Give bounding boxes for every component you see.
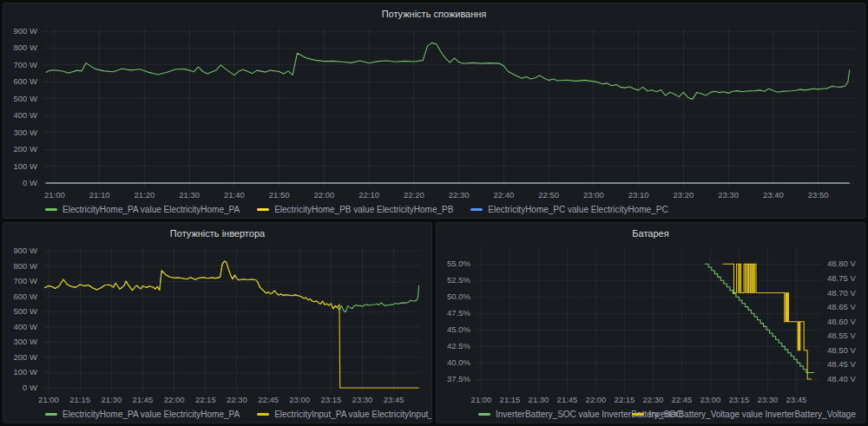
- y-left-tick-label: 800 W: [14, 43, 37, 52]
- legend-swatch-icon: [632, 413, 644, 416]
- legend-label: ElectricityHome_PC value ElectricityHome…: [488, 205, 667, 214]
- x-tick-label: 21:00: [471, 395, 492, 404]
- x-tick-label: 23:00: [700, 395, 721, 404]
- y-left-tick-label: 55.0%: [447, 259, 470, 268]
- panel-battery: Батарея 21:0021:1521:3021:4522:0022:1522…: [436, 222, 865, 423]
- y-left-tick-label: 900 W: [14, 246, 37, 255]
- x-tick-label: 23:50: [808, 190, 829, 200]
- inverter-chart-canvas[interactable]: 21:0021:1521:3021:4522:0022:1522:3022:45…: [3, 241, 431, 407]
- legend-label: ElectricityInput_PA value ElectricityInp…: [274, 410, 432, 419]
- legend-swatch-icon: [470, 208, 483, 211]
- x-tick-label: 22:15: [195, 395, 216, 404]
- x-tick-label: 22:10: [358, 190, 379, 200]
- y-left-tick-label: 40.0%: [447, 357, 470, 367]
- y-left-tick-label: 400 W: [14, 322, 37, 331]
- legend-item-ElectricityHome_PA[interactable]: ElectricityHome_PA value ElectricityHome…: [45, 410, 240, 419]
- legend-left-group: ElectricityHome_PA value ElectricityHome…: [45, 410, 423, 419]
- x-tick-label: 23:30: [352, 395, 373, 404]
- legend-item-ElectricityHome_PA[interactable]: ElectricityHome_PA value ElectricityHome…: [45, 205, 240, 214]
- y-left-tick-label: 0 W: [23, 383, 37, 392]
- y-left-tick-label: 0 W: [23, 178, 37, 187]
- panel-title-battery[interactable]: Батарея: [437, 223, 865, 241]
- x-tick-label: 21:30: [529, 395, 549, 404]
- y-left-tick-label: 45.0%: [447, 324, 470, 334]
- legend-item-ElectricityHome_PC[interactable]: ElectricityHome_PC value ElectricityHome…: [470, 205, 667, 214]
- x-tick-label: 21:50: [269, 190, 290, 200]
- legend-swatch-icon: [257, 208, 269, 211]
- y-left-tick-label: 400 W: [14, 110, 37, 120]
- legend-left-group: ElectricityHome_PA value ElectricityHome…: [45, 205, 856, 214]
- y-left-tick-label: 800 W: [14, 261, 37, 271]
- y-left-tick-label: 100 W: [14, 161, 37, 171]
- x-tick-label: 23:00: [583, 190, 604, 200]
- x-tick-label: 21:00: [44, 190, 65, 200]
- x-tick-label: 23:10: [628, 190, 649, 200]
- y-left-tick-label: 500 W: [14, 306, 37, 316]
- y-right-tick-label: 48.65 V: [827, 302, 856, 311]
- legend-item-InverterBattery_Voltage[interactable]: InverterBattery_Voltage value InverterBa…: [632, 410, 856, 419]
- legend-left-group: InverterBattery_SOC value InverterBatter…: [478, 410, 632, 419]
- x-tick-label: 23:15: [729, 395, 750, 404]
- x-tick-label: 22:15: [615, 395, 635, 404]
- battery-chart-canvas[interactable]: 21:0021:1521:3021:4522:0022:1522:3022:45…: [437, 241, 865, 407]
- y-left-tick-label: 200 W: [14, 144, 37, 154]
- y-left-tick-label: 200 W: [14, 352, 37, 362]
- x-tick-label: 23:00: [289, 395, 310, 404]
- y-left-tick-label: 47.5%: [447, 308, 470, 318]
- y-right-tick-label: 48.80 V: [827, 259, 856, 268]
- y-left-tick-label: 600 W: [14, 76, 37, 86]
- x-tick-label: 22:20: [404, 190, 424, 200]
- x-tick-label: 22:30: [643, 395, 664, 404]
- x-tick-label: 23:30: [718, 190, 739, 200]
- x-tick-label: 22:40: [494, 190, 515, 200]
- panel-title-inverter[interactable]: Потужність інвертора: [3, 223, 431, 241]
- y-left-tick-label: 300 W: [14, 337, 37, 346]
- x-tick-label: 21:10: [89, 190, 110, 200]
- x-tick-label: 21:30: [179, 190, 200, 200]
- panel-inverter: Потужність інвертора 21:0021:1521:3021:4…: [3, 222, 432, 423]
- legend-label: ElectricityHome_PA value ElectricityHome…: [62, 205, 240, 214]
- legend-swatch-icon: [45, 413, 57, 416]
- x-tick-label: 21:20: [135, 190, 155, 200]
- x-tick-label: 22:00: [314, 190, 335, 200]
- x-tick-label: 21:40: [224, 190, 245, 200]
- x-tick-label: 22:45: [672, 395, 693, 404]
- x-tick-label: 23:45: [384, 395, 404, 404]
- x-tick-label: 22:45: [258, 395, 279, 404]
- panel-title-consumption[interactable]: Потужність споживання: [3, 3, 865, 22]
- x-tick-label: 21:15: [69, 395, 90, 404]
- y-right-tick-label: 48.60 V: [827, 317, 856, 326]
- x-tick-label: 22:30: [449, 190, 470, 200]
- legend-label: InverterBattery_Voltage value InverterBa…: [649, 410, 856, 419]
- legend-label: ElectricityHome_PA value ElectricityHome…: [62, 410, 240, 419]
- x-tick-label: 21:00: [38, 395, 59, 404]
- x-tick-label: 23:40: [763, 190, 784, 200]
- dashboard: Потужність споживання 21:0021:1021:2021:…: [0, 0, 868, 426]
- y-left-tick-label: 700 W: [14, 60, 37, 69]
- x-tick-label: 23:20: [674, 190, 694, 200]
- legend-item-ElectricityInput_PA[interactable]: ElectricityInput_PA value ElectricityInp…: [257, 410, 432, 419]
- y-right-tick-label: 48.75 V: [827, 273, 856, 283]
- y-right-tick-label: 48.40 V: [827, 374, 856, 383]
- y-left-tick-label: 600 W: [14, 292, 37, 301]
- y-left-tick-label: 42.5%: [447, 341, 470, 351]
- x-tick-label: 21:30: [101, 395, 122, 404]
- legend-swatch-icon: [45, 208, 57, 211]
- legend-swatch-icon: [478, 413, 490, 416]
- x-tick-label: 23:45: [786, 395, 807, 404]
- consumption-chart-canvas[interactable]: 21:0021:1021:2021:3021:4021:5022:0022:10…: [3, 22, 865, 202]
- y-left-tick-label: 900 W: [14, 26, 37, 36]
- consumption-legend: ElectricityHome_PA value ElectricityHome…: [3, 202, 865, 218]
- y-left-tick-label: 500 W: [14, 94, 37, 103]
- x-tick-label: 22:00: [164, 395, 185, 404]
- legend-item-ElectricityHome_PB[interactable]: ElectricityHome_PB value ElectricityHome…: [257, 205, 453, 214]
- x-tick-label: 21:15: [500, 395, 521, 404]
- y-left-tick-label: 100 W: [14, 367, 37, 377]
- y-left-tick-label: 300 W: [14, 128, 37, 137]
- series-line-InverterBattery_Voltage: [723, 264, 812, 379]
- x-tick-label: 23:30: [758, 395, 779, 404]
- x-tick-label: 22:30: [227, 395, 247, 404]
- y-left-tick-label: 37.5%: [447, 374, 470, 383]
- series-line-ElectricityHome_PA: [46, 43, 850, 99]
- legend-swatch-icon: [257, 413, 269, 416]
